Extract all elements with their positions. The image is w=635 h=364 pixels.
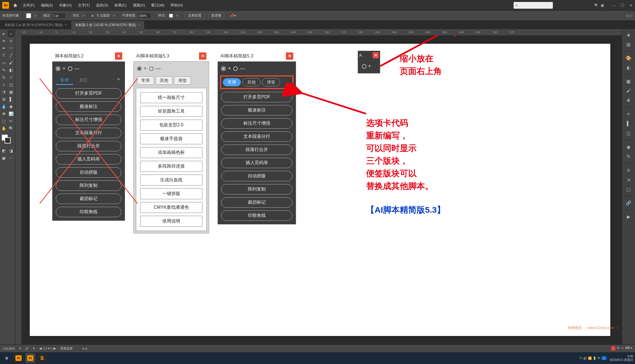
transparency-icon[interactable]: ◫: [625, 129, 632, 137]
links-icon[interactable]: 🔗: [625, 199, 632, 207]
magic-wand-tool[interactable]: ✦: [1, 38, 7, 44]
script-item[interactable]: 段落行合并: [56, 141, 121, 151]
asset-export-icon[interactable]: ⇲: [625, 176, 632, 184]
appearance-icon[interactable]: ◉: [625, 143, 632, 151]
radio-on[interactable]: [221, 66, 226, 71]
script-item[interactable]: 自动拼版: [221, 171, 292, 181]
menu-help[interactable]: 帮助(H): [170, 3, 183, 8]
close-button[interactable]: ✕: [373, 52, 379, 58]
rotate-angle[interactable]: 0°: [26, 347, 29, 350]
script-item[interactable]: 统一画板尺寸: [140, 92, 202, 103]
radio-off[interactable]: [68, 66, 72, 71]
fill-swatch[interactable]: [26, 13, 31, 18]
curvature-tool[interactable]: 〰: [8, 45, 15, 52]
script-item[interactable]: 印前角线: [56, 207, 121, 217]
minimize-icon[interactable]: —: [612, 3, 616, 8]
artboards-icon[interactable]: ▢: [625, 185, 632, 193]
eraser-tool[interactable]: ◧: [8, 67, 15, 73]
tab-other[interactable]: 其他: [243, 78, 260, 86]
home-icon[interactable]: 🏠: [12, 2, 19, 9]
script-item[interactable]: 打开多页PDF: [221, 92, 292, 102]
tab-doc-1[interactable]: 未标题-2.ai @ 50 % (CMYK/CPU 预览)×: [1, 21, 71, 29]
tab-other[interactable]: 其他: [156, 76, 172, 85]
gradient-icon[interactable]: ▌: [625, 120, 632, 127]
script-item[interactable]: 极速手提袋: [140, 133, 202, 144]
tab-common[interactable]: 常用: [137, 76, 154, 85]
tray-icons[interactable]: 🛡 🔊 📶 🔋 中 五: [579, 356, 607, 360]
shape-builder-tool[interactable]: ◔: [1, 89, 7, 95]
menu-object[interactable]: 对象(O): [59, 3, 72, 8]
radio-on[interactable]: [56, 66, 60, 71]
zoom-tool[interactable]: 🔍: [8, 125, 15, 132]
artboard-area[interactable]: 脚本精简版5.2✕ +— 常用其它» 打开多页PDF 极速标注 标注尺寸增强 文…: [21, 35, 622, 344]
script-item[interactable]: 使用说明: [140, 216, 202, 227]
perspective-tool[interactable]: ▦: [8, 89, 15, 95]
radio-on[interactable]: [137, 66, 142, 71]
menu-edit[interactable]: 编辑(E): [41, 3, 53, 8]
brushes-icon[interactable]: 🖌: [625, 87, 632, 95]
script-item[interactable]: 极速标注: [56, 101, 121, 112]
menu-file[interactable]: 文件(F): [23, 3, 35, 8]
script-item[interactable]: 包装盒型2.0: [140, 120, 202, 131]
tab-notes[interactable]: 便签: [262, 78, 280, 86]
opacity-input[interactable]: [138, 13, 151, 18]
script-item[interactable]: 一键拼版: [140, 188, 202, 199]
stroke-icon[interactable]: ≡: [625, 110, 632, 118]
script-item[interactable]: 阵列复制: [56, 180, 121, 191]
blend-tool[interactable]: ◉: [8, 103, 15, 110]
gradient-tool[interactable]: ▌: [8, 96, 15, 103]
free-transform-tool[interactable]: ◫: [8, 81, 15, 88]
pen-tool[interactable]: ✒: [1, 45, 7, 52]
script-item[interactable]: 文本段落分行: [221, 131, 292, 142]
menu-effect[interactable]: 效果(C): [114, 3, 127, 8]
line-tool[interactable]: ╱: [8, 52, 15, 59]
clock[interactable]: 9:062023/8/13 星期日: [609, 354, 633, 362]
actions-icon[interactable]: ▶: [625, 213, 632, 221]
hand-tool[interactable]: ✋: [1, 125, 7, 132]
selection-tool[interactable]: ▸: [1, 30, 7, 37]
color-icon[interactable]: 🎨: [625, 54, 632, 62]
screen-mode-icon[interactable]: ▣: [1, 155, 7, 161]
menu-window[interactable]: 窗口(W): [151, 3, 164, 8]
script-item[interactable]: 极速标注: [221, 105, 292, 115]
artboard-tool[interactable]: ▢: [1, 118, 7, 124]
gradient-mode-icon[interactable]: ◨: [8, 147, 15, 154]
search-icon[interactable]: 🔍: [594, 3, 599, 7]
close-button[interactable]: ✕: [286, 52, 293, 60]
color-mode-icon[interactable]: ◩: [1, 147, 7, 154]
script-item[interactable]: 标注尺寸增强: [56, 115, 121, 125]
taskbar-app-s[interactable]: S: [37, 353, 47, 363]
swatches-icon[interactable]: ▦: [625, 77, 632, 85]
script-item[interactable]: 段落行合并: [221, 145, 292, 155]
arrange-icon[interactable]: ▦: [601, 3, 604, 7]
prefs-button[interactable]: 首选项: [208, 12, 224, 19]
script-item[interactable]: 自动拼版: [56, 167, 121, 178]
uniform-label[interactable]: 等比: [73, 13, 79, 18]
taskbar-app-ai-2[interactable]: Ai: [25, 353, 35, 363]
slice-tool[interactable]: ✂: [8, 118, 15, 124]
panel-toggle-icon[interactable]: ⊞ ⊟: [626, 14, 633, 18]
symbol-tool[interactable]: ❋: [1, 110, 7, 117]
brush-label[interactable]: 5 点圆形: [97, 13, 110, 18]
script-item[interactable]: 标注尺寸增强: [221, 118, 292, 129]
radio-off[interactable]: [233, 66, 238, 71]
color-guide-icon[interactable]: ◐: [625, 64, 632, 71]
start-button[interactable]: ⊞: [2, 353, 12, 363]
type-tool[interactable]: T: [1, 52, 7, 59]
pin-icon[interactable]: 📌▾: [230, 14, 236, 18]
style-swatch[interactable]: [169, 14, 173, 18]
close-button[interactable]: ✕: [115, 52, 122, 60]
script-item[interactable]: CMYK查找潘通色: [140, 202, 202, 213]
artboard-nav[interactable]: ◀ ◁ 1 ▾ ▷ ▶: [39, 347, 56, 350]
tab-common[interactable]: 常用: [56, 76, 73, 85]
docsetup-button[interactable]: 文档设置: [185, 12, 205, 19]
script-item[interactable]: 生成出血线: [140, 175, 202, 186]
rotate-tool[interactable]: ↻: [1, 74, 7, 81]
direct-selection-tool[interactable]: ▹: [8, 30, 15, 37]
script-item[interactable]: 多段路径连接: [140, 161, 202, 172]
rectangle-tool[interactable]: ▭: [1, 59, 7, 66]
edit-toolbar-icon[interactable]: ⋯: [8, 155, 15, 161]
lasso-tool[interactable]: ⊃: [8, 38, 15, 44]
brush-tool[interactable]: 🖌: [8, 59, 15, 66]
close-button[interactable]: ✕: [199, 52, 206, 60]
